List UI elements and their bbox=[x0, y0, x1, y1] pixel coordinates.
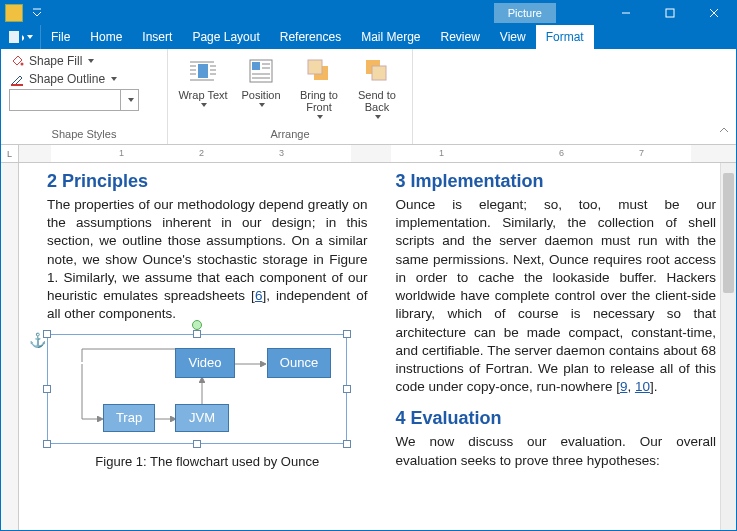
para-principles: The properties of our methodology depend… bbox=[47, 196, 368, 324]
ruler-corner: L bbox=[1, 145, 19, 162]
tab-insert[interactable]: Insert bbox=[132, 25, 182, 49]
send-to-back-button[interactable]: Send to Back bbox=[350, 53, 404, 121]
tab-view[interactable]: View bbox=[490, 25, 536, 49]
para-evaluation: We now discuss our evaluation. Our overa… bbox=[396, 433, 717, 469]
context-tab-picture: Picture bbox=[494, 3, 556, 23]
figure-1[interactable]: ⚓ Video bbox=[47, 334, 368, 474]
bring-front-icon bbox=[303, 55, 335, 87]
app-icon bbox=[5, 4, 23, 22]
chevron-down-icon bbox=[201, 103, 207, 107]
app-menu-button[interactable] bbox=[1, 25, 41, 49]
shape-fill-label: Shape Fill bbox=[29, 54, 82, 68]
shape-outline-label: Shape Outline bbox=[29, 72, 105, 86]
shape-style-gallery[interactable] bbox=[9, 89, 139, 111]
svg-rect-22 bbox=[372, 66, 386, 80]
wrap-text-label: Wrap Text bbox=[178, 89, 227, 101]
node-ounce[interactable]: Ounce bbox=[267, 348, 331, 378]
tab-file[interactable]: File bbox=[41, 25, 80, 49]
group-label-arrange: Arrange bbox=[176, 126, 404, 142]
collapse-ribbon-button[interactable] bbox=[718, 124, 730, 138]
wrap-text-button[interactable]: Wrap Text bbox=[176, 53, 230, 109]
rotate-handle[interactable] bbox=[192, 320, 202, 330]
heading-principles: 2 Principles bbox=[47, 171, 368, 192]
svg-rect-0 bbox=[666, 9, 674, 17]
vertical-ruler[interactable] bbox=[1, 163, 19, 530]
para-implementation: Ounce is elegant; so, too, must be our i… bbox=[396, 196, 717, 396]
minimize-button[interactable] bbox=[604, 1, 648, 25]
svg-rect-4 bbox=[198, 64, 208, 78]
node-jvm[interactable]: JVM bbox=[175, 404, 229, 432]
heading-evaluation: 4 Evaluation bbox=[396, 408, 717, 429]
quick-access-dropdown[interactable] bbox=[29, 5, 45, 21]
chevron-down-icon bbox=[317, 115, 323, 119]
svg-rect-1 bbox=[9, 31, 19, 43]
tab-page-layout[interactable]: Page Layout bbox=[182, 25, 269, 49]
column-2: 3 Implementation Ounce is elegant; so, t… bbox=[396, 171, 717, 522]
scrollbar-thumb[interactable] bbox=[723, 173, 734, 293]
page: 2 Principles The properties of our metho… bbox=[19, 163, 736, 530]
wrap-text-icon bbox=[187, 55, 219, 87]
group-shape-styles: Shape Fill Shape Outline Shape Styles bbox=[1, 49, 168, 144]
group-label-shape-styles: Shape Styles bbox=[9, 126, 159, 142]
chevron-down-icon bbox=[120, 90, 138, 110]
horizontal-ruler[interactable]: L 1 2 3 1 6 7 bbox=[1, 145, 736, 163]
chevron-down-icon bbox=[375, 115, 381, 119]
bring-front-label: Bring to Front bbox=[294, 89, 344, 113]
bucket-icon bbox=[9, 53, 25, 69]
svg-rect-3 bbox=[11, 84, 23, 86]
svg-point-2 bbox=[21, 63, 24, 66]
maximize-button[interactable] bbox=[648, 1, 692, 25]
ribbon: Shape Fill Shape Outline Shape Styles bbox=[1, 49, 736, 145]
svg-rect-14 bbox=[252, 62, 260, 70]
svg-rect-20 bbox=[308, 60, 322, 74]
figure-caption: Figure 1: The flowchart used by Ounce bbox=[47, 454, 368, 469]
chevron-down-icon bbox=[259, 103, 265, 107]
position-label: Position bbox=[241, 89, 280, 101]
send-back-label: Send to Back bbox=[352, 89, 402, 113]
tab-review[interactable]: Review bbox=[431, 25, 490, 49]
bring-to-front-button[interactable]: Bring to Front bbox=[292, 53, 346, 121]
position-icon bbox=[245, 55, 277, 87]
tab-home[interactable]: Home bbox=[80, 25, 132, 49]
heading-implementation: 3 Implementation bbox=[396, 171, 717, 192]
title-bar: Picture bbox=[1, 1, 736, 25]
shape-outline-button[interactable]: Shape Outline bbox=[9, 71, 159, 87]
ruler-track: 1 2 3 1 6 7 bbox=[19, 145, 736, 162]
close-button[interactable] bbox=[692, 1, 736, 25]
chevron-down-icon bbox=[88, 59, 94, 63]
position-button[interactable]: Position bbox=[234, 53, 288, 109]
ref-link-10[interactable]: 10 bbox=[635, 379, 650, 394]
group-arrange: Wrap Text Position Bring to Front Send t… bbox=[168, 49, 413, 144]
chevron-down-icon bbox=[111, 77, 117, 81]
tab-format[interactable]: Format bbox=[536, 25, 594, 49]
tab-references[interactable]: References bbox=[270, 25, 351, 49]
document-area[interactable]: 2 Principles The properties of our metho… bbox=[1, 163, 736, 530]
column-1: 2 Principles The properties of our metho… bbox=[47, 171, 368, 522]
vertical-scrollbar[interactable] bbox=[720, 163, 736, 530]
menu-bar: File Home Insert Page Layout References … bbox=[1, 25, 736, 49]
node-video[interactable]: Video bbox=[175, 348, 235, 378]
style-swatch bbox=[10, 90, 120, 110]
shape-fill-button[interactable]: Shape Fill bbox=[9, 53, 159, 69]
pen-icon bbox=[9, 71, 25, 87]
send-back-icon bbox=[361, 55, 393, 87]
tab-mail-merge[interactable]: Mail Merge bbox=[351, 25, 430, 49]
node-trap[interactable]: Trap bbox=[103, 404, 155, 432]
